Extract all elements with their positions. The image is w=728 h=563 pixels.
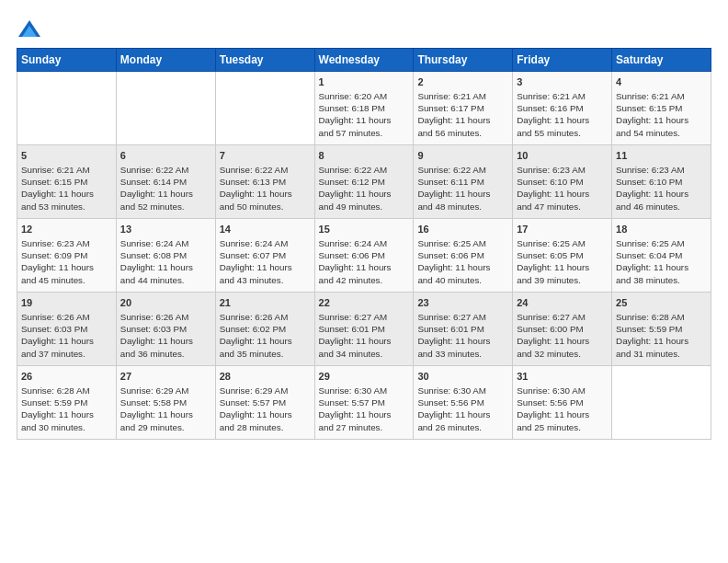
calendar-cell: 18Sunrise: 6:25 AM Sunset: 6:04 PM Dayli… <box>612 219 711 293</box>
calendar: SundayMondayTuesdayWednesdayThursdayFrid… <box>17 48 711 440</box>
day-number: 26 <box>21 370 112 384</box>
day-number: 1 <box>319 75 410 89</box>
day-number: 24 <box>517 296 608 310</box>
day-info: Sunrise: 6:21 AM Sunset: 6:17 PM Dayligh… <box>417 90 508 139</box>
day-number: 17 <box>517 223 608 236</box>
day-number: 7 <box>220 149 311 163</box>
calendar-cell: 8Sunrise: 6:22 AM Sunset: 6:12 PM Daylig… <box>314 145 414 219</box>
calendar-cell: 21Sunrise: 6:26 AM Sunset: 6:02 PM Dayli… <box>215 293 314 366</box>
calendar-cell: 10Sunrise: 6:23 AM Sunset: 6:10 PM Dayli… <box>513 145 612 219</box>
day-info: Sunrise: 6:22 AM Sunset: 6:11 PM Dayligh… <box>417 164 508 213</box>
day-info: Sunrise: 6:24 AM Sunset: 6:08 PM Dayligh… <box>120 237 211 286</box>
calendar-cell: 2Sunrise: 6:21 AM Sunset: 6:17 PM Daylig… <box>414 72 513 145</box>
day-info: Sunrise: 6:25 AM Sunset: 6:05 PM Dayligh… <box>517 237 608 286</box>
calendar-cell: 4Sunrise: 6:21 AM Sunset: 6:15 PM Daylig… <box>612 72 711 145</box>
week-row-5: 26Sunrise: 6:28 AM Sunset: 5:59 PM Dayli… <box>17 366 711 440</box>
day-number: 16 <box>417 223 508 236</box>
day-number: 20 <box>120 296 211 310</box>
day-info: Sunrise: 6:21 AM Sunset: 6:15 PM Dayligh… <box>616 90 707 139</box>
weekday-friday: Friday <box>513 49 612 72</box>
day-info: Sunrise: 6:29 AM Sunset: 5:57 PM Dayligh… <box>220 385 311 433</box>
day-info: Sunrise: 6:30 AM Sunset: 5:56 PM Dayligh… <box>417 385 508 433</box>
day-number: 13 <box>120 223 211 236</box>
calendar-cell: 5Sunrise: 6:21 AM Sunset: 6:15 PM Daylig… <box>17 145 117 219</box>
weekday-thursday: Thursday <box>414 49 513 72</box>
logo-icon <box>17 17 42 42</box>
day-info: Sunrise: 6:28 AM Sunset: 5:59 PM Dayligh… <box>21 385 112 433</box>
page: SundayMondayTuesdayWednesdayThursdayFrid… <box>0 0 728 563</box>
day-info: Sunrise: 6:27 AM Sunset: 6:00 PM Dayligh… <box>517 311 608 360</box>
calendar-cell: 12Sunrise: 6:23 AM Sunset: 6:09 PM Dayli… <box>17 219 117 293</box>
calendar-cell: 29Sunrise: 6:30 AM Sunset: 5:57 PM Dayli… <box>314 366 414 440</box>
day-info: Sunrise: 6:27 AM Sunset: 6:01 PM Dayligh… <box>417 311 508 360</box>
day-info: Sunrise: 6:21 AM Sunset: 6:15 PM Dayligh… <box>21 164 112 213</box>
day-number: 5 <box>21 149 112 163</box>
calendar-cell <box>17 72 117 145</box>
day-number: 15 <box>319 223 410 236</box>
calendar-cell: 3Sunrise: 6:21 AM Sunset: 6:16 PM Daylig… <box>513 72 612 145</box>
calendar-cell: 15Sunrise: 6:24 AM Sunset: 6:06 PM Dayli… <box>314 219 414 293</box>
calendar-cell: 1Sunrise: 6:20 AM Sunset: 6:18 PM Daylig… <box>314 72 414 145</box>
day-info: Sunrise: 6:26 AM Sunset: 6:03 PM Dayligh… <box>21 311 112 360</box>
day-number: 25 <box>616 296 707 310</box>
week-row-3: 12Sunrise: 6:23 AM Sunset: 6:09 PM Dayli… <box>17 219 711 293</box>
header <box>17 17 711 42</box>
day-number: 22 <box>319 296 410 310</box>
calendar-cell: 17Sunrise: 6:25 AM Sunset: 6:05 PM Dayli… <box>513 219 612 293</box>
weekday-sunday: Sunday <box>17 49 117 72</box>
calendar-cell: 19Sunrise: 6:26 AM Sunset: 6:03 PM Dayli… <box>17 293 117 366</box>
day-info: Sunrise: 6:21 AM Sunset: 6:16 PM Dayligh… <box>517 90 608 139</box>
calendar-cell: 7Sunrise: 6:22 AM Sunset: 6:13 PM Daylig… <box>215 145 314 219</box>
calendar-cell: 20Sunrise: 6:26 AM Sunset: 6:03 PM Dayli… <box>116 293 215 366</box>
day-number: 28 <box>220 370 311 384</box>
week-row-4: 19Sunrise: 6:26 AM Sunset: 6:03 PM Dayli… <box>17 293 711 366</box>
day-number: 2 <box>417 75 508 89</box>
weekday-monday: Monday <box>116 49 215 72</box>
day-info: Sunrise: 6:30 AM Sunset: 5:56 PM Dayligh… <box>517 385 608 433</box>
calendar-cell: 24Sunrise: 6:27 AM Sunset: 6:00 PM Dayli… <box>513 293 612 366</box>
day-number: 10 <box>517 149 608 163</box>
calendar-cell: 28Sunrise: 6:29 AM Sunset: 5:57 PM Dayli… <box>215 366 314 440</box>
day-info: Sunrise: 6:27 AM Sunset: 6:01 PM Dayligh… <box>319 311 410 360</box>
weekday-header-row: SundayMondayTuesdayWednesdayThursdayFrid… <box>17 49 711 72</box>
day-info: Sunrise: 6:28 AM Sunset: 5:59 PM Dayligh… <box>616 311 707 360</box>
calendar-cell: 31Sunrise: 6:30 AM Sunset: 5:56 PM Dayli… <box>513 366 612 440</box>
day-number: 27 <box>120 370 211 384</box>
calendar-cell: 14Sunrise: 6:24 AM Sunset: 6:07 PM Dayli… <box>215 219 314 293</box>
day-info: Sunrise: 6:24 AM Sunset: 6:07 PM Dayligh… <box>220 237 311 286</box>
day-number: 21 <box>220 296 311 310</box>
day-info: Sunrise: 6:20 AM Sunset: 6:18 PM Dayligh… <box>319 90 410 139</box>
calendar-cell <box>215 72 314 145</box>
day-number: 29 <box>319 370 410 384</box>
day-info: Sunrise: 6:29 AM Sunset: 5:58 PM Dayligh… <box>120 385 211 433</box>
calendar-body: 1Sunrise: 6:20 AM Sunset: 6:18 PM Daylig… <box>17 72 711 440</box>
day-number: 3 <box>517 75 608 89</box>
calendar-cell: 16Sunrise: 6:25 AM Sunset: 6:06 PM Dayli… <box>414 219 513 293</box>
weekday-tuesday: Tuesday <box>215 49 314 72</box>
day-info: Sunrise: 6:22 AM Sunset: 6:13 PM Dayligh… <box>220 164 311 213</box>
day-number: 14 <box>220 223 311 236</box>
week-row-2: 5Sunrise: 6:21 AM Sunset: 6:15 PM Daylig… <box>17 145 711 219</box>
day-info: Sunrise: 6:24 AM Sunset: 6:06 PM Dayligh… <box>319 237 410 286</box>
day-number: 18 <box>616 223 707 236</box>
logo <box>17 17 46 42</box>
day-info: Sunrise: 6:25 AM Sunset: 6:06 PM Dayligh… <box>417 237 508 286</box>
day-number: 23 <box>417 296 508 310</box>
day-number: 19 <box>21 296 112 310</box>
calendar-cell: 30Sunrise: 6:30 AM Sunset: 5:56 PM Dayli… <box>414 366 513 440</box>
weekday-wednesday: Wednesday <box>314 49 414 72</box>
calendar-cell: 9Sunrise: 6:22 AM Sunset: 6:11 PM Daylig… <box>414 145 513 219</box>
day-number: 8 <box>319 149 410 163</box>
day-number: 6 <box>120 149 211 163</box>
calendar-cell: 27Sunrise: 6:29 AM Sunset: 5:58 PM Dayli… <box>116 366 215 440</box>
weekday-saturday: Saturday <box>612 49 711 72</box>
day-info: Sunrise: 6:23 AM Sunset: 6:10 PM Dayligh… <box>616 164 707 213</box>
calendar-cell: 26Sunrise: 6:28 AM Sunset: 5:59 PM Dayli… <box>17 366 117 440</box>
calendar-cell <box>612 366 711 440</box>
day-info: Sunrise: 6:22 AM Sunset: 6:14 PM Dayligh… <box>120 164 211 213</box>
calendar-cell: 25Sunrise: 6:28 AM Sunset: 5:59 PM Dayli… <box>612 293 711 366</box>
calendar-cell: 22Sunrise: 6:27 AM Sunset: 6:01 PM Dayli… <box>314 293 414 366</box>
calendar-cell: 23Sunrise: 6:27 AM Sunset: 6:01 PM Dayli… <box>414 293 513 366</box>
calendar-cell: 6Sunrise: 6:22 AM Sunset: 6:14 PM Daylig… <box>116 145 215 219</box>
day-info: Sunrise: 6:22 AM Sunset: 6:12 PM Dayligh… <box>319 164 410 213</box>
